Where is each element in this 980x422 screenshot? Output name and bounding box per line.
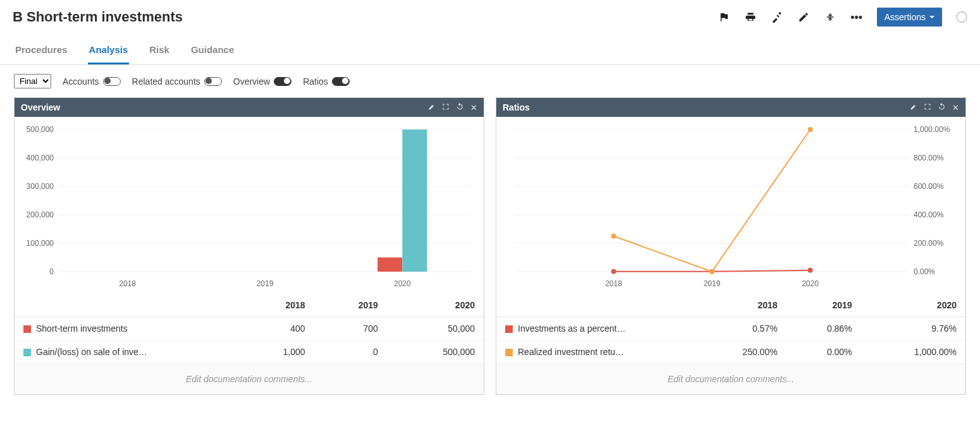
panel-edit-icon[interactable] — [910, 103, 917, 112]
svg-point-32 — [611, 269, 616, 274]
svg-point-36 — [709, 269, 714, 274]
svg-text:400.00%: 400.00% — [914, 210, 944, 219]
svg-text:500,000: 500,000 — [27, 125, 54, 134]
ratios-col-2020: 2020 — [861, 294, 965, 317]
row-label: Gain/(loss) on sale of inve… — [36, 347, 147, 357]
svg-text:2020: 2020 — [394, 279, 411, 288]
svg-text:100,000: 100,000 — [27, 239, 54, 248]
ratios-col-2018: 2018 — [695, 294, 787, 317]
toggle-overview-label: Overview — [233, 76, 270, 87]
tab-guidance[interactable]: Guidance — [190, 38, 235, 64]
ratios-table: 2018 2019 2020 Investments as a percent…… — [496, 294, 965, 364]
svg-text:200,000: 200,000 — [27, 210, 54, 219]
print-icon[interactable] — [744, 11, 757, 23]
edit-icon[interactable] — [797, 11, 810, 23]
assertions-button[interactable]: Assertions — [877, 8, 942, 27]
panel-close-icon[interactable]: ✕ — [470, 103, 477, 112]
table-row[interactable]: Short-term investments 400 700 50,000 — [15, 317, 484, 341]
ratios-chart: 0.00%200.00%400.00%600.00%800.00%1,000.0… — [496, 117, 965, 294]
table-row[interactable]: Gain/(loss) on sale of inve… 1,000 0 500… — [15, 341, 484, 364]
ratios-col-2019: 2019 — [787, 294, 861, 317]
toggle-related[interactable] — [204, 77, 222, 86]
swatch-icon — [23, 349, 31, 356]
more-icon[interactable]: ••• — [850, 11, 863, 23]
svg-text:300,000: 300,000 — [27, 182, 54, 191]
cell: 9.76% — [861, 317, 965, 341]
table-row[interactable]: Realized investment retu… 250.00% 0.00% … — [496, 341, 965, 364]
toggle-ratios-label: Ratios — [303, 76, 328, 87]
toggle-accounts-label: Accounts — [63, 76, 99, 87]
panel-ratios: Ratios ✕ 0.00%200.00%400.00%600.00%800.0… — [496, 97, 966, 395]
panel-ratios-title: Ratios — [503, 102, 530, 112]
overview-chart: 0100,000200,000300,000400,000500,0002018… — [15, 117, 484, 294]
panel-edit-icon[interactable] — [428, 103, 436, 112]
cell: 500,000 — [387, 341, 484, 364]
svg-text:200.00%: 200.00% — [914, 239, 944, 248]
toggle-overview[interactable] — [274, 77, 291, 86]
toggle-accounts-group: Accounts — [63, 76, 121, 87]
toggle-related-group: Related accounts — [132, 76, 222, 87]
divide-icon[interactable] — [824, 11, 836, 23]
row-label: Realized investment retu… — [518, 347, 624, 357]
svg-text:600.00%: 600.00% — [914, 182, 944, 191]
tabs: Procedures Analysis Risk Guidance — [0, 38, 980, 65]
swatch-icon — [505, 349, 513, 356]
cell: 0.00% — [787, 341, 861, 364]
cell: 0.57% — [695, 317, 787, 341]
svg-text:2018: 2018 — [605, 279, 622, 288]
table-row[interactable]: Investments as a percent… 0.57% 0.86% 9.… — [496, 317, 965, 341]
panel-close-icon[interactable]: ✕ — [952, 103, 959, 112]
cell: 1,000.00% — [861, 341, 965, 364]
page-title: B Short-term investments — [13, 9, 183, 25]
cell: 400 — [236, 317, 314, 341]
panel-undo-icon[interactable] — [456, 102, 464, 112]
swatch-icon — [505, 325, 513, 333]
cell: 0.86% — [787, 317, 861, 341]
svg-rect-15 — [377, 258, 402, 272]
tools-icon[interactable] — [771, 11, 783, 23]
svg-text:2019: 2019 — [704, 279, 721, 288]
overview-table: 2018 2019 2020 Short-term investments 40… — [15, 294, 484, 364]
overview-col-2020: 2020 — [387, 294, 484, 317]
overview-col-2018: 2018 — [236, 294, 314, 317]
panel-expand-icon[interactable] — [924, 103, 931, 112]
toggle-overview-group: Overview — [233, 76, 291, 87]
toggle-related-label: Related accounts — [132, 76, 200, 87]
overview-col-2019: 2019 — [314, 294, 387, 317]
svg-text:800.00%: 800.00% — [914, 154, 944, 162]
svg-point-37 — [808, 127, 813, 132]
cell: 700 — [314, 317, 387, 341]
toggle-accounts[interactable] — [103, 77, 121, 86]
controls-row: Final Accounts Related accounts Overview… — [0, 65, 980, 97]
svg-text:2018: 2018 — [119, 279, 136, 288]
svg-text:400,000: 400,000 — [27, 154, 54, 162]
svg-text:1,000.00%: 1,000.00% — [914, 125, 950, 134]
row-label: Investments as a percent… — [518, 323, 625, 334]
status-indicator[interactable] — [956, 11, 967, 23]
tab-analysis[interactable]: Analysis — [88, 38, 130, 64]
toolbar: ••• Assertions — [718, 8, 967, 27]
toggle-ratios[interactable] — [332, 77, 350, 86]
period-dropdown[interactable]: Final — [14, 74, 51, 88]
swatch-icon — [23, 325, 31, 333]
panel-overview-title: Overview — [21, 102, 60, 112]
svg-text:0: 0 — [49, 267, 54, 276]
cell: 1,000 — [236, 341, 314, 364]
overview-edit-comments[interactable]: Edit documentation comments... — [15, 364, 484, 394]
cell: 50,000 — [387, 317, 484, 341]
svg-rect-16 — [402, 130, 427, 272]
ratios-edit-comments[interactable]: Edit documentation comments... — [496, 364, 965, 394]
tab-procedures[interactable]: Procedures — [14, 38, 69, 64]
tab-risk[interactable]: Risk — [148, 38, 171, 64]
flag-icon[interactable] — [718, 11, 730, 23]
svg-text:2020: 2020 — [802, 279, 819, 288]
panel-overview: Overview ✕ 0100,000200,000300,000400,000… — [14, 97, 484, 395]
svg-text:2019: 2019 — [257, 279, 274, 288]
svg-point-35 — [611, 234, 616, 239]
row-label: Short-term investments — [36, 323, 128, 334]
svg-point-34 — [808, 268, 813, 273]
toggle-ratios-group: Ratios — [303, 76, 350, 87]
panel-undo-icon[interactable] — [938, 102, 946, 112]
panel-expand-icon[interactable] — [442, 103, 450, 112]
svg-text:0.00%: 0.00% — [914, 267, 935, 276]
